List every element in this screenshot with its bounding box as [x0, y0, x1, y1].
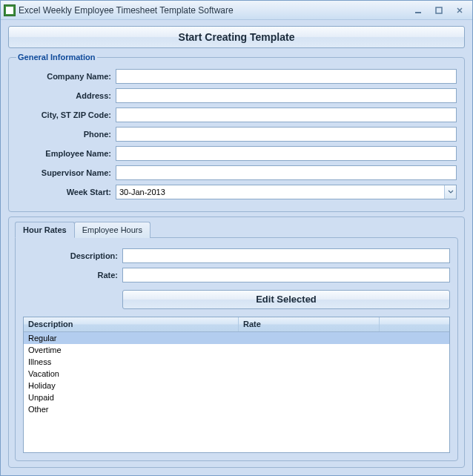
label-rate: Rate:	[23, 271, 118, 280]
row-address: Address:	[16, 88, 457, 103]
app-window: Excel Weekly Employee Timesheet Template…	[0, 0, 473, 476]
label-employee: Employee Name:	[16, 149, 111, 158]
phone-input[interactable]	[116, 127, 457, 142]
general-information-group: General Information Company Name: Addres…	[8, 53, 465, 212]
rates-list[interactable]: Description Rate RegularOvertimeIllnessV…	[23, 317, 450, 453]
svg-rect-0	[415, 12, 421, 13]
week-start-dropdown-button[interactable]	[444, 185, 456, 199]
table-row[interactable]: Overtime	[24, 344, 449, 356]
address-input[interactable]	[116, 88, 457, 103]
cell-rate	[239, 391, 380, 403]
rates-list-body: RegularOvertimeIllnessVacationHolidayUnp…	[24, 332, 449, 452]
table-row[interactable]: Holiday	[24, 380, 449, 391]
company-name-input[interactable]	[116, 69, 457, 84]
row-cityzip: City, ST ZIP Code:	[16, 108, 457, 122]
minimize-button[interactable]	[408, 4, 428, 16]
tab-body-hour-rates: Description: Rate: Edit Selected Descrip…	[15, 237, 458, 461]
tab-employee-hours[interactable]: Employee Hours	[74, 222, 150, 238]
row-week-start: Week Start: 30-Jan-2013	[16, 185, 457, 199]
row-supervisor: Supervisor Name:	[16, 165, 457, 180]
row-rate-description: Description:	[23, 248, 450, 263]
label-address: Address:	[16, 91, 111, 100]
employee-name-input[interactable]	[116, 146, 457, 161]
label-company: Company Name:	[16, 72, 111, 81]
col-description[interactable]: Description	[24, 317, 239, 331]
app-icon	[4, 4, 16, 16]
col-rate[interactable]: Rate	[239, 317, 380, 331]
row-rate-value: Rate:	[23, 268, 450, 282]
rate-description-input[interactable]	[122, 248, 450, 263]
chevron-down-icon	[448, 190, 454, 194]
edit-selected-button[interactable]: Edit Selected	[122, 290, 450, 309]
label-supervisor: Supervisor Name:	[16, 168, 111, 177]
row-employee: Employee Name:	[16, 146, 457, 161]
cell-description: Regular	[24, 332, 239, 344]
cell-rate	[239, 380, 380, 391]
table-row[interactable]: Other	[24, 403, 449, 415]
table-row[interactable]: Illness	[24, 356, 449, 368]
label-phone: Phone:	[16, 130, 111, 139]
content-area: Start Creating Template General Informat…	[1, 20, 472, 475]
cell-description: Overtime	[24, 344, 239, 356]
window-title: Excel Weekly Employee Timesheet Template…	[19, 5, 407, 16]
tab-hour-rates[interactable]: Hour Rates	[15, 222, 75, 238]
cell-rate	[239, 356, 380, 368]
city-zip-input[interactable]	[116, 108, 457, 122]
rate-value-input[interactable]	[122, 268, 450, 282]
week-start-datepicker[interactable]: 30-Jan-2013	[116, 185, 457, 199]
cell-rate	[239, 403, 380, 415]
close-button[interactable]	[450, 4, 469, 16]
label-rate-description: Description:	[23, 251, 118, 260]
cell-description: Unpaid	[24, 391, 239, 403]
svg-rect-1	[436, 7, 442, 13]
tab-strip: Hour Rates Employee Hours	[15, 222, 458, 238]
rates-list-header: Description Rate	[24, 317, 449, 332]
label-cityzip: City, ST ZIP Code:	[16, 110, 111, 119]
cell-description: Other	[24, 403, 239, 415]
table-row[interactable]: Unpaid	[24, 391, 449, 403]
cell-rate	[239, 368, 380, 380]
tabs-frame: Hour Rates Employee Hours Description: R…	[8, 216, 465, 468]
table-row[interactable]: Regular	[24, 332, 449, 344]
start-creating-template-button[interactable]: Start Creating Template	[8, 26, 465, 48]
row-company: Company Name:	[16, 69, 457, 84]
week-start-value: 30-Jan-2013	[116, 185, 444, 199]
label-week-start: Week Start:	[16, 188, 111, 196]
cell-rate	[239, 344, 380, 356]
supervisor-name-input[interactable]	[116, 165, 457, 180]
maximize-button[interactable]	[429, 4, 449, 16]
table-row[interactable]: Vacation	[24, 368, 449, 380]
cell-description: Illness	[24, 356, 239, 368]
row-phone: Phone:	[16, 127, 457, 142]
cell-description: Vacation	[24, 368, 239, 380]
cell-rate	[239, 332, 380, 344]
cell-description: Holiday	[24, 380, 239, 391]
general-information-legend: General Information	[16, 53, 97, 62]
titlebar: Excel Weekly Employee Timesheet Template…	[1, 1, 472, 20]
col-filler	[380, 317, 449, 331]
